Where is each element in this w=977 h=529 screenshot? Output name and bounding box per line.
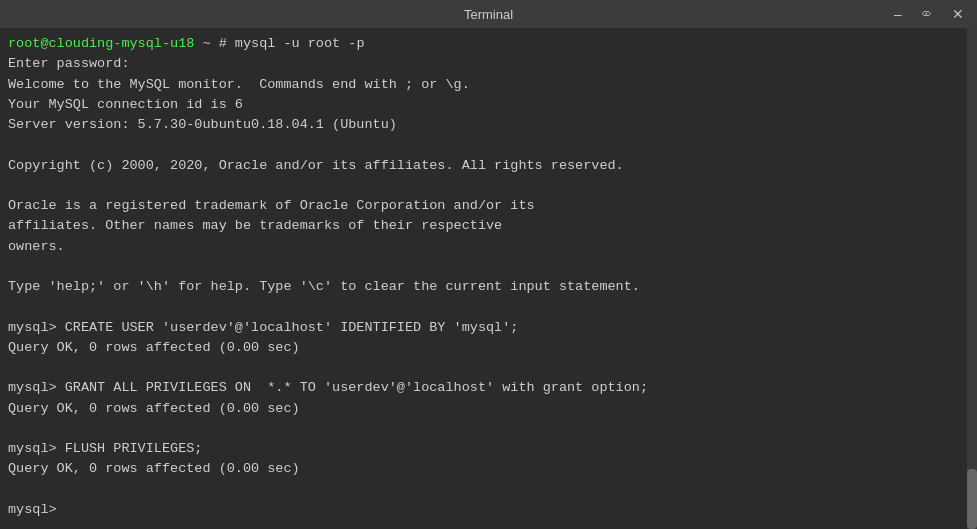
- terminal-line: Query OK, 0 rows affected (0.00 sec): [8, 399, 969, 419]
- terminal-line: Enter password:: [8, 54, 969, 74]
- terminal-window: Terminal – ᯣ ✕ root@clouding-mysql-u18 ~…: [0, 0, 977, 529]
- terminal-line: [8, 419, 969, 439]
- terminal-line: mysql> CREATE USER 'userdev'@'localhost'…: [8, 318, 969, 338]
- terminal-line: owners.: [8, 237, 969, 257]
- title-bar: Terminal – ᯣ ✕: [0, 0, 977, 28]
- terminal-line: Type 'help;' or '\h' for help. Type '\c'…: [8, 277, 969, 297]
- scrollbar[interactable]: [967, 28, 977, 529]
- window-controls: – ᯣ ✕: [883, 0, 973, 28]
- terminal-body[interactable]: root@clouding-mysql-u18 ~ # mysql -u roo…: [0, 28, 977, 529]
- restore-button[interactable]: ᯣ: [913, 0, 943, 28]
- terminal-line: [8, 358, 969, 378]
- terminal-line: [8, 176, 969, 196]
- terminal-line: [8, 135, 969, 155]
- terminal-line: Oracle is a registered trademark of Orac…: [8, 196, 969, 216]
- close-button[interactable]: ✕: [943, 0, 973, 28]
- terminal-line: Server version: 5.7.30-0ubuntu0.18.04.1 …: [8, 115, 969, 135]
- terminal-line: root@clouding-mysql-u18 ~ # mysql -u roo…: [8, 34, 969, 54]
- window-wrapper: Terminal – ᯣ ✕ root@clouding-mysql-u18 ~…: [0, 0, 977, 529]
- scrollbar-thumb[interactable]: [967, 469, 977, 529]
- terminal-line: [8, 257, 969, 277]
- terminal-line: mysql> FLUSH PRIVILEGES;: [8, 439, 969, 459]
- terminal-line: [8, 480, 969, 500]
- minimize-button[interactable]: –: [883, 0, 913, 28]
- terminal-line: Your MySQL connection id is 6: [8, 95, 969, 115]
- terminal-line: [8, 297, 969, 317]
- prompt-user: root@clouding-mysql-u18: [8, 36, 194, 51]
- terminal-line: Copyright (c) 2000, 2020, Oracle and/or …: [8, 156, 969, 176]
- terminal-line: Query OK, 0 rows affected (0.00 sec): [8, 459, 969, 479]
- terminal-active-prompt: mysql>: [8, 500, 969, 520]
- window-title: Terminal: [464, 7, 513, 22]
- terminal-line: affiliates. Other names may be trademark…: [8, 216, 969, 236]
- terminal-line: Welcome to the MySQL monitor. Commands e…: [8, 75, 969, 95]
- terminal-line: mysql> GRANT ALL PRIVILEGES ON *.* TO 'u…: [8, 378, 969, 398]
- terminal-line: Query OK, 0 rows affected (0.00 sec): [8, 338, 969, 358]
